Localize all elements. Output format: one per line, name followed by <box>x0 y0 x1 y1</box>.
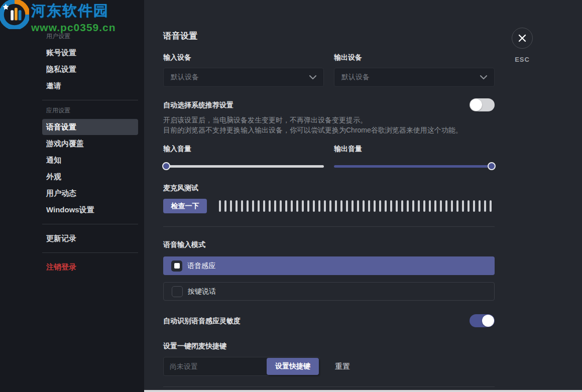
slider-track <box>334 165 495 168</box>
auto-select-toggle[interactable] <box>470 98 495 111</box>
mic-level-bar <box>401 200 403 212</box>
mic-level-bar <box>313 200 315 212</box>
sidebar-item-account[interactable]: 账号设置 <box>42 45 138 61</box>
input-device-select[interactable]: 默认设备 <box>163 68 324 87</box>
chevron-down-icon <box>309 75 316 80</box>
esc-label: ESC <box>512 56 533 63</box>
mic-level-bar <box>473 200 475 212</box>
auto-select-desc-1: 开启该设置后，当电脑设备发生变更时，不再弹出设备变更提示。 <box>163 115 495 125</box>
mic-level-bar <box>434 200 436 212</box>
mic-level-bar <box>357 200 359 212</box>
sidebar-divider <box>42 252 138 253</box>
push-to-talk-label: 按键说话 <box>188 287 216 296</box>
site-watermark: 河东软件园 www.pc0359.cn <box>0 0 116 34</box>
toggle-knob <box>470 99 482 111</box>
sidebar-item-activity[interactable]: 用户动态 <box>42 185 138 201</box>
mic-level-bar <box>263 200 265 212</box>
voice-input-mode-heading: 语音输入模式 <box>163 240 495 249</box>
mic-level-bar <box>390 200 392 212</box>
settings-sidebar: 河东软件园 www.pc0359.cn 用户设置 账号设置 隐私设置 邀请 应用… <box>0 0 144 392</box>
set-hotkey-button[interactable]: 设置快捷键 <box>267 358 319 375</box>
mic-level-bar <box>236 200 238 212</box>
voice-mode-option-push-to-talk[interactable]: 按键说话 <box>163 282 495 301</box>
mic-level-bar <box>379 200 381 212</box>
sidebar-divider <box>42 224 138 224</box>
sidebar-item-windows[interactable]: Windows设置 <box>42 202 138 218</box>
sidebar-item-privacy[interactable]: 隐私设置 <box>42 61 138 77</box>
mic-level-bar <box>302 200 304 212</box>
mic-level-meter <box>219 200 492 212</box>
mic-level-bar <box>445 200 447 212</box>
slider-knob[interactable] <box>488 162 496 170</box>
voice-settings-screen: 河东软件园 www.pc0359.cn 用户设置 账号设置 隐私设置 邀请 应用… <box>0 0 582 392</box>
toggle-knob <box>482 315 494 327</box>
checkbox-checked-icon <box>171 260 182 272</box>
page-title: 语音设置 <box>163 31 495 41</box>
logout-button[interactable]: 注销登录 <box>42 259 138 275</box>
mic-test-label: 麦克风测试 <box>163 184 495 192</box>
mic-level-bar <box>318 200 320 212</box>
mic-level-bar <box>252 200 254 212</box>
sidebar-item-overlay[interactable]: 游戏内覆盖 <box>42 136 138 152</box>
reset-hotkey-link[interactable]: 重置 <box>335 362 350 371</box>
section-divider <box>163 386 495 387</box>
sidebar-item-appearance[interactable]: 外观 <box>42 169 138 185</box>
mic-level-bar <box>280 200 282 212</box>
sidebar-divider <box>42 100 138 100</box>
mic-level-bar <box>307 200 309 212</box>
mic-level-bar <box>385 200 387 212</box>
sensitivity-toggle[interactable] <box>470 314 495 327</box>
mic-level-bar <box>335 200 337 212</box>
slider-track <box>163 165 324 168</box>
watermark-site-url: www.pc0359.cn <box>31 22 116 34</box>
mic-level-bar <box>324 200 326 212</box>
mic-level-bar <box>407 200 409 212</box>
voice-activity-label: 语音感应 <box>187 262 215 271</box>
mic-level-bar <box>374 200 376 212</box>
close-button[interactable] <box>512 28 533 49</box>
mic-level-bar <box>418 200 420 212</box>
input-volume-label: 输入音量 <box>163 145 324 153</box>
voice-mode-option-voice-activity[interactable]: 语音感应 <box>163 256 495 275</box>
auto-select-label: 自动选择系统推荐设置 <box>163 101 234 109</box>
slider-knob[interactable] <box>162 162 170 170</box>
close-icon <box>518 34 527 43</box>
output-device-value: 默认设备 <box>341 73 370 82</box>
mic-level-bar <box>451 200 453 212</box>
output-volume-slider[interactable] <box>334 162 495 170</box>
mic-level-bar <box>329 200 331 212</box>
mic-level-bar <box>230 200 232 212</box>
output-volume-label: 输出音量 <box>334 145 495 153</box>
input-volume-slider[interactable] <box>163 162 324 170</box>
mic-test-button[interactable]: 检查一下 <box>163 199 207 213</box>
output-device-label: 输出设备 <box>334 53 495 61</box>
mic-level-bar <box>363 200 365 212</box>
mic-level-bar <box>490 200 492 212</box>
mic-level-bar <box>396 200 398 212</box>
input-device-value: 默认设备 <box>171 73 199 82</box>
input-device-label: 输入设备 <box>163 53 324 61</box>
section-divider <box>163 226 495 227</box>
sidebar-item-changelog[interactable]: 更新记录 <box>42 230 138 246</box>
mic-level-bar <box>440 200 442 212</box>
mic-level-bar <box>429 200 431 212</box>
auto-select-desc-2: 目前的浏览器不支持更换输入输出设备，你可以尝试更换为Chrome谷歌浏览器来使用… <box>163 125 495 135</box>
mic-level-bar <box>285 200 287 212</box>
sidebar-header-app-settings: 应用设置 <box>46 106 138 115</box>
mute-hotkey-label: 设置一键闭麦快捷键 <box>163 342 495 350</box>
site-logo-icon <box>0 0 29 29</box>
output-device-select[interactable]: 默认设备 <box>334 68 495 87</box>
mic-level-bar <box>274 200 276 212</box>
cutoff-element-strip <box>144 390 582 392</box>
mic-level-bar <box>346 200 348 212</box>
hotkey-input[interactable] <box>164 362 267 370</box>
mic-level-bar <box>241 200 243 212</box>
mic-level-bar <box>479 200 481 212</box>
voice-settings-panel: ESC 语音设置 输入设备 默认设备 输出设备 <box>144 0 582 392</box>
mic-level-bar <box>456 200 458 212</box>
mic-level-bar <box>219 200 221 212</box>
sidebar-item-voice[interactable]: 语音设置 <box>42 119 138 135</box>
mic-level-bar <box>368 200 370 212</box>
sidebar-item-notifications[interactable]: 通知 <box>42 152 138 168</box>
sidebar-item-invite[interactable]: 邀请 <box>42 78 138 94</box>
